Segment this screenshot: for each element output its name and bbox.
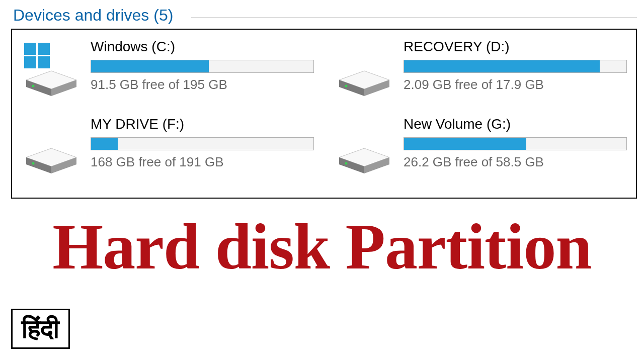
drive-status-label: 2.09 GB free of 17.9 GB [404,77,627,93]
drive-item-d[interactable]: RECOVERY (D:) 2.09 GB free of 17.9 GB [334,37,627,100]
capacity-fill [91,60,209,72]
hard-drive-icon [334,40,394,100]
drive-info: RECOVERY (D:) 2.09 GB free of 17.9 GB [404,37,627,93]
drive-icon [21,40,82,100]
drive-item-g[interactable]: New Volume (G:) 26.2 GB free of 58.5 GB [334,114,627,177]
svg-point-3 [32,85,35,87]
capacity-fill [404,138,526,150]
drive-icon [334,40,394,100]
language-badge: हिंदी [11,309,70,349]
svg-point-19 [345,162,348,165]
svg-rect-5 [38,43,50,55]
drive-item-c[interactable]: Windows (C:) 91.5 GB free of 195 GB [21,37,314,100]
hard-drive-icon [21,40,82,100]
drive-status-label: 26.2 GB free of 58.5 GB [404,154,627,170]
svg-rect-6 [24,56,36,68]
capacity-bar [91,60,314,73]
page-title: Hard disk Partition [0,214,644,279]
drive-name-label: New Volume (G:) [404,116,627,132]
drive-info: MY DRIVE (F:) 168 GB free of 191 GB [91,114,314,170]
capacity-bar [404,137,627,150]
drive-name-label: Windows (C:) [91,39,314,55]
drives-panel: Windows (C:) 91.5 GB free of 195 GB [11,29,637,199]
capacity-fill [91,138,118,150]
drive-status-label: 168 GB free of 191 GB [91,154,314,170]
drive-info: New Volume (G:) 26.2 GB free of 58.5 GB [404,114,627,170]
section-header: Devices and drives (5) [0,0,644,29]
drive-name-label: RECOVERY (D:) [404,39,627,55]
drive-info: Windows (C:) 91.5 GB free of 195 GB [91,37,314,93]
drive-item-f[interactable]: MY DRIVE (F:) 168 GB free of 191 GB [21,114,314,177]
hard-drive-icon [334,117,394,177]
capacity-bar [91,137,314,150]
drive-icon [21,117,82,177]
header-divider [191,17,637,18]
svg-rect-4 [24,43,36,55]
svg-point-15 [32,162,35,165]
drive-status-label: 91.5 GB free of 195 GB [91,77,314,93]
windows-logo-icon [24,43,50,68]
drives-grid: Windows (C:) 91.5 GB free of 195 GB [21,37,627,177]
drive-icon [334,117,394,177]
hard-drive-icon [21,117,82,177]
svg-point-11 [345,85,348,87]
drive-name-label: MY DRIVE (F:) [91,116,314,132]
svg-rect-7 [38,56,50,68]
section-title-text: Devices and drives (5) [13,6,173,24]
capacity-bar [404,60,627,73]
capacity-fill [404,60,600,72]
